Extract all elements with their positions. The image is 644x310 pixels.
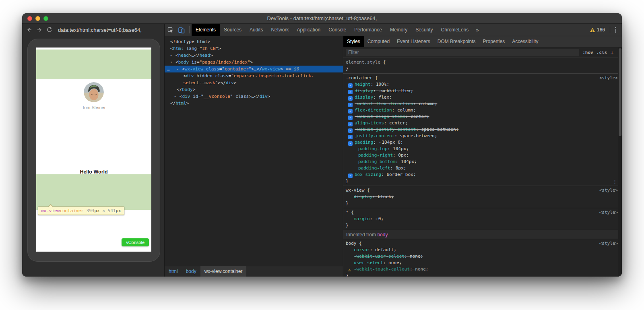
css-property-row[interactable]: ✓box-sizing: border-box; <box>346 172 619 178</box>
css-property-row[interactable]: -webkit-user-select: none; <box>346 253 619 260</box>
device-toolbar-icon[interactable] <box>176 24 187 36</box>
tab-security[interactable]: Security <box>411 24 437 36</box>
breadcrumb-item[interactable]: body <box>182 266 200 277</box>
styles-tab-event-listeners[interactable]: Event Listeners <box>393 36 434 47</box>
css-property-row[interactable]: padding-right: 0px; <box>346 152 619 159</box>
tab-sources[interactable]: Sources <box>220 24 246 36</box>
styles-tab-computed[interactable]: Computed <box>364 36 393 47</box>
css-property-row[interactable]: padding-bottom: 104px; <box>346 159 619 165</box>
styles-tab-accessibility[interactable]: Accessibility <box>508 36 542 47</box>
breadcrumb-item[interactable]: wx-view.container <box>200 266 247 277</box>
property-checkbox[interactable]: ✓ <box>348 116 353 120</box>
dom-tree-line[interactable]: …▸<wx-view class="container">…</wx-view>… <box>165 66 343 72</box>
tooltip-height: 541 <box>108 208 116 213</box>
tab-audits[interactable]: Audits <box>246 24 267 36</box>
style-rule: * {<style>margin: ▸0;} <box>343 208 622 230</box>
css-property-row[interactable]: ✓-webkit-flex-direction: column; <box>346 101 619 107</box>
property-checkbox[interactable]: ✓ <box>348 122 353 126</box>
style-origin-link[interactable]: <style> <box>599 210 618 215</box>
css-property-row[interactable]: ✓padding: ▾104px 0; <box>346 139 619 146</box>
dom-tree-line[interactable]: ▸<div id="__vconsole" class>…</div> <box>165 93 343 100</box>
element-classes-button[interactable]: .cls <box>597 50 607 55</box>
vconsole-button[interactable]: vConsole <box>122 238 149 246</box>
device-frame: Tom Steiner Hello World wx-viewcontainer… <box>27 39 160 262</box>
property-warning-icon: ⚠ <box>348 267 351 273</box>
dom-tree-line[interactable]: </html> <box>165 100 343 107</box>
property-checkbox[interactable]: ✓ <box>348 141 353 146</box>
tab-chromelens[interactable]: ChromeLens <box>437 24 473 36</box>
more-menu-icon[interactable] <box>610 27 622 33</box>
styles-tab-properties[interactable]: Properties <box>479 36 508 47</box>
browser-nav-bar: data:text/html;charset=utf-8;base64, <box>22 24 164 36</box>
styles-filter-input[interactable] <box>346 49 579 56</box>
tooltip-class: container <box>60 208 84 213</box>
toggle-element-state-button[interactable]: :hov <box>582 50 593 55</box>
address-bar[interactable]: data:text/html;charset=utf-8;base64, <box>58 27 142 33</box>
property-checkbox[interactable]: ✓ <box>348 109 353 114</box>
style-origin-link[interactable]: <style> <box>599 188 618 193</box>
inspect-tooltip: wx-viewcontainer 393px × 541px <box>38 207 124 215</box>
tab-memory[interactable]: Memory <box>386 24 411 36</box>
css-property-row[interactable]: ✓align-items: center; <box>346 120 619 126</box>
css-property-row[interactable]: padding-top: 104px; <box>346 146 619 152</box>
css-property-row[interactable]: ✓justify-content: space-between; <box>346 133 619 139</box>
scrollbar-thumb[interactable] <box>619 48 621 136</box>
rule-overflow-menu-icon[interactable]: ⋮ <box>612 180 617 184</box>
css-property-row[interactable]: ✓display: flex; <box>346 94 619 101</box>
back-icon[interactable] <box>26 27 33 33</box>
css-property-row[interactable]: ⚠-webkit-touch-callout: none; <box>346 266 619 273</box>
inherited-from-bar: Inherited from body <box>343 230 622 239</box>
style-origin-link[interactable]: <style> <box>599 241 618 246</box>
avatar-image <box>84 82 104 102</box>
greeting-text: Hello World <box>36 169 151 175</box>
property-checkbox[interactable]: ✓ <box>348 103 353 107</box>
css-property-row[interactable]: ✓height: 100%; <box>346 81 619 88</box>
tab-network[interactable]: Network <box>267 24 293 36</box>
property-checkbox[interactable]: ✓ <box>348 128 353 133</box>
inspect-icon[interactable] <box>165 24 176 36</box>
css-property-row[interactable]: cursor: default; <box>346 247 619 253</box>
warning-icon <box>590 27 595 33</box>
warnings-badge[interactable]: 166 <box>586 27 609 33</box>
style-rule: element.style {} <box>343 58 622 74</box>
property-checkbox[interactable]: ✓ <box>348 90 353 94</box>
css-property-row[interactable]: margin: ▸0; <box>346 216 619 222</box>
dom-tree-line[interactable]: ▸<head>…</head> <box>165 52 343 59</box>
dom-tree-line[interactable]: ▾<body is="pages/index/index"> <box>165 59 343 66</box>
styles-scrollbar[interactable] <box>618 48 622 277</box>
forward-icon[interactable] <box>36 27 43 33</box>
dom-tree-line[interactable]: select--mask"></div> <box>165 79 343 86</box>
css-property-row[interactable]: ✓display: -webkit-flex; <box>346 88 619 94</box>
dom-tree-line[interactable]: <div hidden class="exparser-inspector-to… <box>165 72 343 79</box>
css-property-row[interactable]: padding-left: 0px; <box>346 165 619 172</box>
reload-icon[interactable] <box>46 27 53 33</box>
styles-tab-dom-breakpoints[interactable]: DOM Breakpoints <box>434 36 479 47</box>
inherited-body-link[interactable]: body <box>377 232 388 238</box>
css-property-row[interactable]: ✓-webkit-justify-content: space-between; <box>346 126 619 133</box>
styles-tab-styles[interactable]: Styles <box>343 36 364 47</box>
css-property-row[interactable]: display: block; <box>346 194 619 200</box>
tooltip-tag: wx-view <box>41 208 60 213</box>
property-checkbox[interactable]: ✓ <box>348 135 353 139</box>
property-checkbox[interactable]: ✓ <box>348 96 353 101</box>
dom-tree-line[interactable]: <!doctype html> <box>165 38 343 45</box>
dom-tree-line[interactable]: </body> <box>165 86 343 93</box>
tab-application[interactable]: Application <box>293 24 324 36</box>
style-rule: wx-view {<style>display: block;} <box>343 186 622 208</box>
breadcrumb-item[interactable]: html <box>165 266 182 277</box>
styles-filter-row: :hov .cls + <box>343 47 622 58</box>
css-property-row[interactable]: ✓-webkit-align-items: center; <box>346 114 619 120</box>
tooltip-width: 393 <box>87 208 95 213</box>
tabs-overflow-chevron[interactable]: » <box>473 27 482 33</box>
tab-elements[interactable]: Elements <box>192 24 220 36</box>
property-checkbox[interactable]: ✓ <box>348 83 353 88</box>
css-property-row[interactable]: user-select: none; <box>346 260 619 266</box>
dom-tree-line[interactable]: <html lang="zh-CN"> <box>165 45 343 52</box>
browser-pane: data:text/html;charset=utf-8;base64, <box>22 24 164 277</box>
style-origin-link[interactable]: <style> <box>599 75 618 81</box>
property-checkbox[interactable]: ✓ <box>348 174 353 178</box>
css-property-row[interactable]: ✓flex-direction: column; <box>346 107 619 114</box>
new-style-rule-button[interactable]: + <box>610 49 614 56</box>
tab-console[interactable]: Console <box>324 24 350 36</box>
tab-performance[interactable]: Performance <box>350 24 386 36</box>
